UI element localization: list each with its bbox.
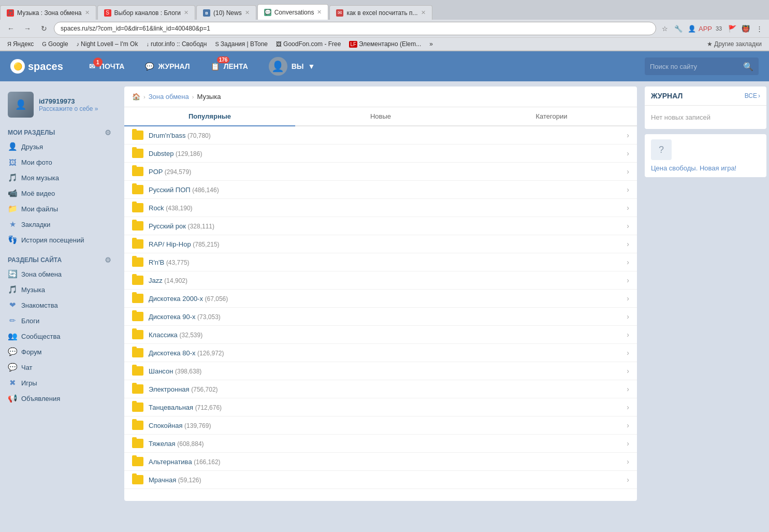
- folder-icon: [132, 239, 143, 249]
- sidebar-item-files[interactable]: 📁 Мои файлы: [0, 201, 119, 217]
- folder-row[interactable]: Классика (32,539) ›: [124, 326, 637, 344]
- tab-news[interactable]: в (10) News ✕: [196, 5, 256, 20]
- folder-row[interactable]: Русский ПОП (486,146) ›: [124, 181, 637, 199]
- games-label: Игры: [21, 379, 37, 387]
- breadcrumb: 🏠 › Зона обмена › Музыка: [124, 87, 637, 107]
- forward-button[interactable]: →: [21, 22, 34, 35]
- tab-music[interactable]: 🎵 Музыка : Зона обмена ✕: [0, 5, 96, 20]
- elem-favicon: LF: [349, 41, 357, 48]
- tab-new[interactable]: Новые: [295, 107, 466, 125]
- back-button[interactable]: ←: [4, 22, 18, 35]
- folder-row[interactable]: Дискотека 80-х (126,972) ›: [124, 344, 637, 362]
- bookmark-elementary[interactable]: LF Элементарно (Elem...: [346, 39, 424, 49]
- user-profile-icon[interactable]: 👤: [686, 23, 698, 34]
- btone-favicon: S: [215, 41, 219, 47]
- address-bar[interactable]: [54, 22, 656, 35]
- breadcrumb-exchange[interactable]: Зона обмена: [149, 93, 189, 100]
- folder-row[interactable]: Jazz (14,902) ›: [124, 271, 637, 290]
- bookmark-yandex[interactable]: Я Яндекс: [4, 39, 37, 49]
- sidebar-item-friends[interactable]: 👤 Друзья: [0, 139, 119, 154]
- sidebar-item-video[interactable]: 📹 Моё видео: [0, 185, 119, 201]
- journal-all-link[interactable]: ВСЕ ›: [745, 92, 760, 99]
- ad-link[interactable]: Цена свободы. Новая игра!: [651, 164, 736, 172]
- site-logo[interactable]: 🟡 spaces: [10, 59, 63, 74]
- sidebar-item-dating[interactable]: ❤ Знакомства: [0, 297, 119, 313]
- nav-feed[interactable]: 📋 ЛЕНТА 176: [200, 51, 258, 81]
- tab-close-2[interactable]: ✕: [184, 9, 188, 16]
- folder-row[interactable]: Мрачная (59,126) ›: [124, 471, 637, 489]
- app-icon-2[interactable]: 33: [713, 23, 724, 34]
- folder-row[interactable]: POP (294,579) ›: [124, 163, 637, 181]
- my-sections-gear-icon[interactable]: ⚙: [105, 128, 111, 137]
- user-avatar: 👤: [8, 92, 34, 118]
- folder-row[interactable]: Drum'n'bass (70,780) ›: [124, 126, 637, 145]
- settings-icon[interactable]: ⋮: [753, 23, 765, 34]
- tab-close-4[interactable]: ✕: [317, 9, 322, 16]
- sidebar-item-bookmarks[interactable]: ★ Закладки: [0, 217, 119, 232]
- site-sections-gear-icon[interactable]: ⚙: [105, 256, 111, 264]
- folder-row[interactable]: Русский рок (328,111) ›: [124, 217, 637, 235]
- sidebar-item-my-music[interactable]: 🎵 Моя музыка: [0, 170, 119, 185]
- nav-profile[interactable]: 👤 ВЫ ▼: [258, 51, 326, 81]
- bookmark-btone[interactable]: S Задания | BTone: [212, 39, 271, 49]
- folder-row[interactable]: Тяжелая (608,884) ›: [124, 435, 637, 453]
- folder-name: Drum'n'bass (70,780): [149, 132, 624, 139]
- main-content: 🏠 › Зона обмена › Музыка Популярные Новы…: [124, 87, 637, 501]
- folder-row[interactable]: Rock (438,190) ›: [124, 199, 637, 217]
- sidebar-item-communities[interactable]: 👥 Сообщества: [0, 328, 119, 344]
- tab-close-3[interactable]: ✕: [245, 9, 250, 16]
- bookmark-google[interactable]: G Google: [39, 39, 71, 49]
- tab-popular[interactable]: Популярные: [124, 107, 295, 126]
- bookmark-goodfon[interactable]: 🖼 GoodFon.com - Free: [273, 39, 344, 49]
- folder-row[interactable]: RAP/ Hip-Hop (785,215) ›: [124, 235, 637, 253]
- sidebar-item-history[interactable]: 👣 История посещений: [0, 232, 119, 248]
- bookmark-more[interactable]: »: [426, 39, 436, 49]
- folder-icon: [132, 439, 143, 448]
- sidebar-item-ads[interactable]: 📢 Объявления: [0, 391, 119, 406]
- search-icon[interactable]: 🔍: [743, 62, 753, 71]
- reload-button[interactable]: ↻: [37, 22, 51, 35]
- flag-icon[interactable]: 🚩: [727, 23, 738, 34]
- tab-close-1[interactable]: ✕: [85, 9, 90, 16]
- tab-close-5[interactable]: ✕: [421, 9, 426, 16]
- games-icon: ✖: [8, 378, 17, 387]
- sidebar-item-exchange[interactable]: 🔄 Зона обмена: [0, 266, 119, 282]
- folder-row[interactable]: Альтернатива (166,162) ›: [124, 453, 637, 471]
- folder-count: (438,190): [166, 205, 192, 212]
- folder-row[interactable]: Спокойная (139,769) ›: [124, 416, 637, 435]
- bookmark-night-lovell[interactable]: ♪ Night Lovell – I'm Ok: [74, 39, 141, 49]
- folder-count: (294,579): [165, 168, 191, 176]
- sidebar-item-games[interactable]: ✖ Игры: [0, 375, 119, 391]
- nav-mail[interactable]: ✉ ПОЧТА 1: [79, 51, 135, 81]
- sidebar-item-photos[interactable]: 🖼 Мои фото: [0, 154, 119, 170]
- folder-row[interactable]: Дискотека 90-х (73,053) ›: [124, 308, 637, 326]
- header-nav: ✉ ПОЧТА 1 💬 ЖУРНАЛ 📋 ЛЕНТА 176 👤 ВЫ ▼: [79, 51, 645, 81]
- folder-row[interactable]: Шансон (398,638) ›: [124, 362, 637, 380]
- search-input[interactable]: [650, 63, 743, 70]
- folder-row[interactable]: Dubstep (129,186) ›: [124, 145, 637, 163]
- tab-categories[interactable]: Категории: [466, 107, 637, 125]
- folder-row[interactable]: Дискотека 2000-х (67,056) ›: [124, 290, 637, 308]
- bookmarks-label: Закладки: [21, 221, 50, 228]
- nav-journal[interactable]: 💬 ЖУРНАЛ: [135, 51, 200, 81]
- journal-icon: 💬: [145, 62, 154, 70]
- bookmark-star-icon[interactable]: ☆: [659, 23, 671, 34]
- sidebar-item-blogs[interactable]: ✏ Блоги: [0, 313, 119, 328]
- sidebar-item-chat[interactable]: 💬 Чат: [0, 360, 119, 375]
- sidebar-item-forum[interactable]: 💬 Форум: [0, 344, 119, 360]
- tab-label-2: Выбор каналов : Блоги: [114, 9, 181, 17]
- bookmark-other-label[interactable]: ★ Другие закладки: [704, 39, 765, 49]
- sidebar-item-music[interactable]: 🎵 Музыка: [0, 282, 119, 297]
- folder-row[interactable]: Танцевальная (712,676) ›: [124, 398, 637, 416]
- bookmark-rutor[interactable]: ↓ rutor.info :: Свободн: [143, 39, 210, 49]
- folder-row[interactable]: R'n'B (43,775) ›: [124, 253, 637, 271]
- tab-excel[interactable]: ✉ как в excel посчитать п... ✕: [329, 5, 432, 20]
- tab-blogs[interactable]: S Выбор каналов : Блоги ✕: [97, 5, 196, 20]
- tab-conversations[interactable]: 💬 Conversations ✕: [257, 4, 329, 20]
- home-icon[interactable]: 🏠: [132, 93, 140, 100]
- user-desc[interactable]: Расскажите о себе »: [39, 105, 98, 112]
- app-icon-1[interactable]: APP: [700, 23, 711, 34]
- folder-row[interactable]: Электронная (756,702) ›: [124, 380, 637, 398]
- gremlin-icon[interactable]: 👹: [740, 23, 751, 34]
- extensions-icon[interactable]: 🔧: [673, 23, 684, 34]
